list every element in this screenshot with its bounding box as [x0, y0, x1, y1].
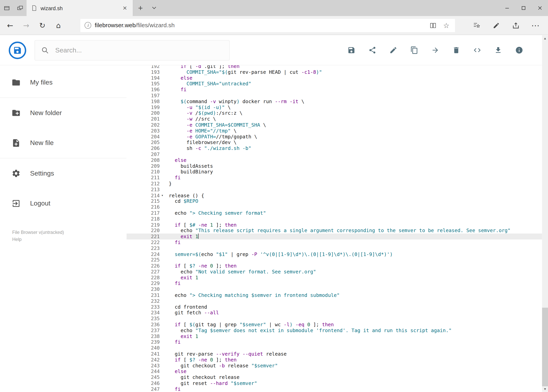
- search-input[interactable]: [55, 46, 223, 54]
- code-editor[interactable]: 192 if [ -d .git ]; then193 COMMIT_SHA="…: [127, 65, 542, 392]
- code-line[interactable]: 221 exit 1: [127, 233, 542, 239]
- forward-button[interactable]: →: [18, 17, 34, 33]
- code-line[interactable]: 222 fi: [127, 239, 542, 245]
- address-bar[interactable]: i filebrowser.web/files/wizard.sh ☆: [80, 19, 455, 32]
- code-line[interactable]: 228 exit 1: [127, 275, 542, 281]
- code-line[interactable]: 218: [127, 216, 542, 222]
- code-line[interactable]: 246 git reset --hard "$semver": [127, 380, 542, 386]
- code-line[interactable]: 215 cd $REPO: [127, 198, 542, 204]
- code-line[interactable]: 211 fi: [127, 175, 542, 181]
- code-line[interactable]: 198 $(command -v winpty) docker run --rm…: [127, 98, 542, 104]
- raw-code-button[interactable]: [470, 43, 484, 57]
- download-button[interactable]: [491, 43, 505, 57]
- save-button[interactable]: [344, 43, 358, 57]
- set-tabs-aside-icon[interactable]: [0, 0, 13, 16]
- maximize-button[interactable]: [515, 0, 532, 16]
- code-line[interactable]: 244 else: [127, 369, 542, 375]
- code-line[interactable]: 238 exit 1: [127, 334, 542, 339]
- code-line[interactable]: 227 echo "Not valid semver format. See s…: [127, 269, 542, 275]
- code-line[interactable]: 234 git fetch --all: [127, 310, 542, 316]
- new-tab-button[interactable]: +: [133, 0, 148, 16]
- code-line[interactable]: 216: [127, 204, 542, 210]
- help-link[interactable]: Help: [12, 236, 127, 243]
- code-line[interactable]: 233 cd frontend: [127, 304, 542, 310]
- code-line[interactable]: 220 echo "This release script requires a…: [127, 228, 542, 233]
- code-line[interactable]: 217 echo "> Checking semver format": [127, 210, 542, 216]
- fold-arrow-icon[interactable]: ▾: [160, 192, 165, 198]
- code-line[interactable]: 208 else: [127, 157, 542, 163]
- home-button[interactable]: ⌂: [50, 17, 66, 33]
- share-button[interactable]: [508, 18, 524, 33]
- code-line[interactable]: 240: [127, 345, 542, 351]
- back-button[interactable]: ←: [2, 17, 18, 33]
- code-line[interactable]: 196 fi: [127, 87, 542, 93]
- code-line[interactable]: 245 git checkout release: [127, 375, 542, 380]
- code-line[interactable]: 237 echo "Tag $semver does not exist in …: [127, 328, 542, 334]
- sidebar-item-settings[interactable]: Settings: [0, 158, 127, 189]
- code-line[interactable]: 226 if [ $? -ne 0 ]; then: [127, 263, 542, 269]
- code-line[interactable]: 200 -v /$(pwd):/src:z \: [127, 110, 542, 116]
- code-line[interactable]: 229 fi: [127, 281, 542, 287]
- code-line[interactable]: 224 semver=$(echo "$1" | grep -P '^v(0|[…: [127, 251, 542, 257]
- sidebar-item-my-files[interactable]: My files: [0, 68, 127, 98]
- code-line[interactable]: 235: [127, 316, 542, 322]
- code-line[interactable]: 213: [127, 187, 542, 192]
- code-line[interactable]: 230: [127, 287, 542, 292]
- code-line[interactable]: 192 if [ -d .git ]; then: [127, 65, 542, 69]
- favorite-star-icon[interactable]: ☆: [442, 21, 451, 29]
- tab-preview-chevron-icon[interactable]: [148, 0, 160, 16]
- rename-button[interactable]: [386, 43, 400, 57]
- code-line[interactable]: 194 else: [127, 75, 542, 81]
- tabs-set-aside-icon[interactable]: [13, 0, 27, 16]
- code-line[interactable]: 203 -e HOME="//tmp" \: [127, 128, 542, 134]
- hub-favorites-button[interactable]: [469, 18, 484, 33]
- more-actions-button[interactable]: ⋯: [528, 18, 543, 33]
- browser-tab[interactable]: wizard.sh ×: [27, 0, 133, 16]
- code-line[interactable]: 209 buildAssets: [127, 163, 542, 169]
- search-box[interactable]: [35, 40, 230, 61]
- code-line[interactable]: 239 fi: [127, 339, 542, 345]
- code-line[interactable]: 232: [127, 298, 542, 304]
- minimize-button[interactable]: [499, 0, 515, 16]
- code-line[interactable]: 236 if [ $(git tag | grep "$semver" | wc…: [127, 322, 542, 328]
- code-line[interactable]: 202 -e COMMIT_SHA=$COMMIT_SHA \: [127, 122, 542, 128]
- copy-button[interactable]: [407, 43, 421, 57]
- code-line[interactable]: 205 filebrowser/dev \: [127, 140, 542, 145]
- sidebar-item-new-folder[interactable]: New folder: [0, 98, 127, 128]
- refresh-button[interactable]: ↻: [34, 17, 50, 33]
- scroll-down-icon[interactable]: ▼: [542, 386, 548, 392]
- page-scrollbar[interactable]: ▲ ▼: [542, 35, 548, 392]
- move-button[interactable]: [428, 43, 442, 57]
- delete-button[interactable]: [449, 43, 463, 57]
- code-line[interactable]: 243 git checkout -b release "$semver": [127, 363, 542, 369]
- code-line[interactable]: 247 fi: [127, 386, 542, 392]
- code-line[interactable]: 241 git rev-parse --verify --quiet relea…: [127, 351, 542, 357]
- code-line[interactable]: 223: [127, 245, 542, 251]
- code-line[interactable]: 242 if [ $? -ne 0 ]; then: [127, 357, 542, 363]
- code-line[interactable]: 207: [127, 151, 542, 157]
- scroll-up-icon[interactable]: ▲: [542, 35, 548, 41]
- share-file-button[interactable]: [365, 43, 379, 57]
- code-line[interactable]: 225: [127, 257, 542, 263]
- code-line[interactable]: 193 COMMIT_SHA="$(git rev-parse HEAD | c…: [127, 69, 542, 75]
- windows-ink-button[interactable]: [489, 18, 504, 33]
- scrollbar-thumb[interactable]: [542, 308, 548, 386]
- code-line[interactable]: 195 COMMIT_SHA="untracked": [127, 81, 542, 87]
- code-line[interactable]: 204 -e GOPATH=//tmp/gopath \: [127, 134, 542, 140]
- close-button[interactable]: [532, 0, 548, 16]
- code-line[interactable]: 214▾release () {: [127, 192, 542, 198]
- code-line[interactable]: 197: [127, 93, 542, 98]
- code-line[interactable]: 201 -w //src \: [127, 116, 542, 122]
- code-line[interactable]: 199 -u "$(id -u)" \: [127, 104, 542, 110]
- sidebar-item-new-file[interactable]: New file: [0, 128, 127, 158]
- info-button[interactable]: [512, 43, 526, 57]
- code-line[interactable]: 219 if [ $# -ne 1 ]; then: [127, 222, 542, 228]
- reading-view-button[interactable]: [428, 21, 438, 29]
- sidebar-item-logout[interactable]: Logout: [0, 189, 127, 219]
- tab-close-icon[interactable]: ×: [120, 5, 129, 12]
- code-line[interactable]: 212}: [127, 181, 542, 187]
- site-info-icon[interactable]: i: [84, 22, 91, 29]
- code-line[interactable]: 210 buildBinary: [127, 169, 542, 175]
- code-line[interactable]: 206 sh -c "./wizard.sh -b": [127, 145, 542, 151]
- code-line[interactable]: 231 echo "> Checking matching $semver in…: [127, 292, 542, 298]
